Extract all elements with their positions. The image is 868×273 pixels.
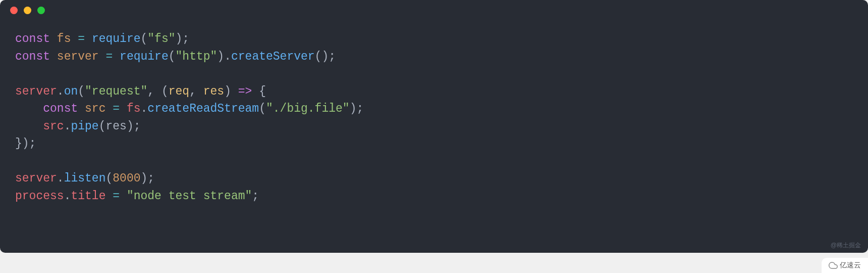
code-line — [15, 65, 853, 83]
code-token: = — [105, 50, 113, 63]
code-token — [120, 190, 127, 203]
code-token: ( — [99, 120, 106, 133]
code-token — [71, 32, 78, 46]
code-token: . — [64, 190, 71, 203]
code-token: 8000 — [113, 172, 140, 185]
code-token: src — [43, 120, 64, 133]
window-title-bar — [0, 0, 868, 20]
code-line: const fs = require("fs"); — [15, 30, 853, 48]
code-token: server — [15, 172, 57, 185]
code-line: process.title = "node test stream"; — [15, 188, 853, 205]
code-line: const server = require("http").createSer… — [15, 48, 853, 66]
code-token: , ( — [147, 85, 168, 98]
code-token: src — [85, 102, 105, 115]
maximize-icon[interactable] — [37, 7, 45, 14]
code-token: const — [43, 102, 78, 115]
code-line: const src = fs.createReadStream("./big.f… — [15, 100, 853, 118]
code-token: . — [64, 120, 71, 133]
code-token — [113, 50, 120, 63]
brand-watermark-text: 亿速云 — [840, 261, 861, 270]
code-token: }); — [15, 137, 36, 150]
code-line: src.pipe(res); — [15, 118, 853, 135]
code-token: ); — [141, 172, 155, 185]
code-token: . — [57, 172, 64, 185]
code-token: const — [15, 50, 50, 63]
code-token: res — [105, 120, 126, 133]
code-token — [99, 50, 106, 63]
code-token: title — [71, 190, 105, 203]
code-content: const fs = require("fs");const server = … — [0, 20, 868, 215]
code-token: ; — [252, 190, 259, 203]
code-token: => — [238, 85, 252, 98]
code-token: = — [113, 102, 120, 115]
code-line: server.on("request", (req, res) => { — [15, 83, 853, 101]
code-token: res — [203, 85, 224, 98]
code-token: { — [252, 85, 266, 98]
code-token — [120, 102, 127, 115]
code-token — [105, 190, 113, 203]
code-token: ( — [105, 172, 113, 185]
code-token: createReadStream — [147, 102, 259, 115]
code-token: require — [120, 50, 169, 63]
code-token: ); — [350, 102, 364, 115]
code-token: "./big.file" — [266, 102, 350, 115]
code-token: ( — [259, 102, 266, 115]
code-token: , — [189, 85, 203, 98]
code-token: ); — [127, 120, 141, 133]
code-token: listen — [64, 172, 106, 185]
code-token: "node test stream" — [127, 190, 252, 203]
code-line — [15, 153, 853, 170]
code-token — [105, 102, 113, 115]
code-token: process — [15, 190, 64, 203]
code-token: ); — [176, 32, 190, 46]
code-line: }); — [15, 135, 853, 153]
code-token: = — [113, 190, 120, 203]
code-token — [78, 102, 85, 115]
code-token: = — [78, 32, 85, 46]
code-token: const — [15, 32, 50, 46]
code-token: "fs" — [147, 32, 175, 46]
close-icon[interactable] — [10, 7, 18, 14]
code-line: server.listen(8000); — [15, 170, 853, 188]
code-token: ( — [169, 50, 176, 63]
code-editor-window: const fs = require("fs");const server = … — [0, 0, 868, 253]
code-token: createServer — [231, 50, 315, 63]
code-token: fs — [127, 102, 141, 115]
code-token: req — [169, 85, 189, 98]
code-token: server — [15, 85, 57, 98]
code-token: (); — [315, 50, 336, 63]
code-token: fs — [57, 32, 71, 46]
code-token — [50, 32, 57, 46]
code-token: "http" — [176, 50, 218, 63]
code-token: pipe — [71, 120, 98, 133]
code-token: ( — [78, 85, 85, 98]
code-token — [15, 120, 43, 133]
brand-watermark: 亿速云 — [822, 258, 868, 273]
code-token: . — [57, 85, 64, 98]
code-token: require — [92, 32, 141, 46]
code-token — [85, 32, 92, 46]
code-token: ) — [224, 85, 238, 98]
cloud-icon — [829, 261, 838, 270]
minimize-icon[interactable] — [24, 7, 31, 14]
code-token: ( — [141, 32, 148, 46]
footer-area: 亿速云 — [0, 253, 868, 273]
code-token — [15, 102, 43, 115]
source-watermark: @稀土掘金 — [831, 241, 861, 250]
code-token: server — [57, 50, 99, 63]
code-token: "request" — [85, 85, 147, 98]
code-token: on — [64, 85, 78, 98]
code-token: . — [141, 102, 148, 115]
code-token: ). — [217, 50, 231, 63]
code-token — [50, 50, 57, 63]
